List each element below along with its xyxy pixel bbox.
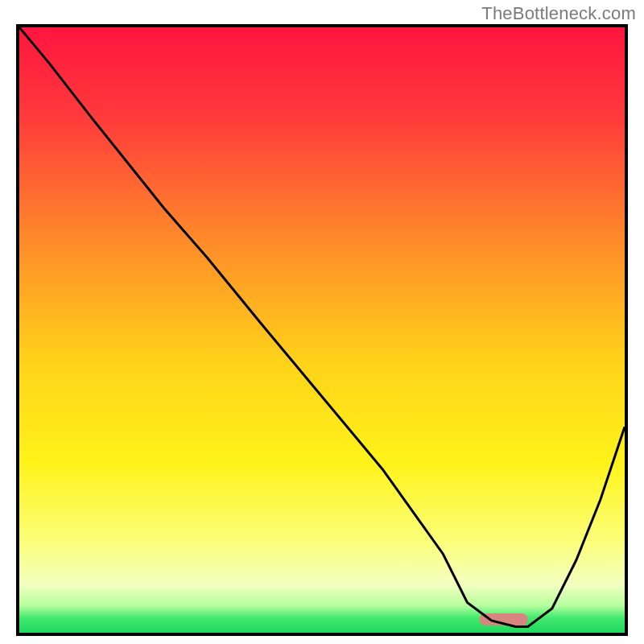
watermark-text: TheBottleneck.com bbox=[481, 3, 636, 24]
chart-background bbox=[19, 27, 625, 633]
bottleneck-chart bbox=[19, 27, 625, 633]
